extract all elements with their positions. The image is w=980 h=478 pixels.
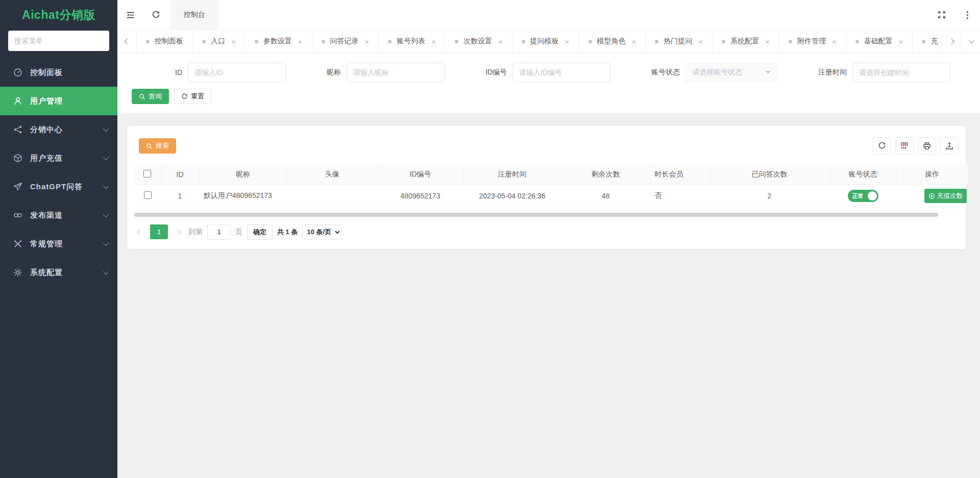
gear-icon	[13, 268, 22, 277]
tab-dot-icon	[255, 40, 258, 43]
chevron-down-icon	[968, 38, 974, 43]
prev-page-button[interactable]	[134, 230, 145, 234]
tab-item[interactable]: 问答记录×	[312, 30, 379, 53]
search-icon	[146, 143, 153, 149]
tab-item[interactable]: 次数设置×	[446, 30, 512, 53]
chevron-right-icon	[175, 229, 181, 235]
cell-idno: 4809652173	[378, 184, 463, 208]
sidebar-toggle-button[interactable]	[117, 0, 143, 30]
recharge-times-label: 充值次数	[937, 192, 963, 200]
table-search-label: 搜索	[156, 141, 169, 150]
tab-label: 提问模板	[530, 37, 559, 46]
tab-item[interactable]: 入口×	[193, 30, 246, 53]
sidebar-item-chatgpt-qa[interactable]: ChatGPT问答	[0, 172, 117, 201]
vertical-dots-icon	[967, 11, 968, 19]
chevron-left-icon	[137, 229, 142, 235]
chevron-down-icon	[103, 155, 109, 160]
close-icon[interactable]: ×	[365, 38, 370, 45]
table-columns-button[interactable]	[895, 137, 914, 155]
tab-item[interactable]: 系统配置×	[713, 30, 779, 53]
sidebar-item-label: ChatGPT问答	[30, 182, 83, 192]
tabs-scroll-left-button[interactable]	[117, 30, 137, 53]
tab-item[interactable]: 基础配置×	[846, 30, 913, 53]
menu-search-input[interactable]	[8, 31, 109, 51]
sidebar-item-dashboard[interactable]: 控制面板	[0, 58, 117, 87]
sidebar-item-label: 用户充值	[30, 154, 63, 163]
sidebar-item-label: 控制面板	[30, 68, 63, 78]
cell-nickname: 默认用户4809652173	[199, 184, 287, 208]
tabs-scroll-right-button[interactable]	[941, 30, 961, 53]
cell-avatar	[287, 184, 378, 208]
row-checkbox[interactable]	[144, 191, 152, 199]
tab-label: 热门提问	[664, 37, 692, 46]
table-refresh-button[interactable]	[873, 137, 891, 155]
chevron-down-icon	[103, 240, 109, 246]
print-button[interactable]	[918, 137, 936, 155]
page-number-button[interactable]: 1	[150, 224, 168, 239]
close-icon[interactable]: ×	[698, 38, 703, 45]
tab-dot-icon	[722, 40, 725, 43]
sidebar-item-system-config[interactable]: 系统配置	[0, 258, 117, 287]
tab-item[interactable]: 参数设置×	[246, 30, 312, 53]
reset-button[interactable]: 重置	[174, 89, 211, 104]
status-toggle[interactable]: 正常	[848, 190, 878, 202]
cell-remaining: 48	[561, 184, 650, 208]
tab-item[interactable]: 控制面板	[137, 30, 193, 53]
sidebar-item-user-management[interactable]: 用户管理	[0, 87, 117, 115]
filter-id-input[interactable]	[188, 63, 286, 82]
tab-label: 问答记录	[330, 37, 359, 46]
select-all-checkbox[interactable]	[143, 170, 151, 178]
tab-item[interactable]: 热门提问×	[646, 30, 713, 53]
goto-page-input[interactable]	[207, 224, 231, 240]
data-panel: 搜索	[127, 126, 966, 249]
filter-regtime-input[interactable]	[852, 63, 950, 82]
col-header-idno: ID编号	[378, 165, 463, 184]
sidebar-item-user-recharge[interactable]: 用户充值	[0, 144, 117, 172]
filter-card: ID 昵称 ID编号 账号状态 请选择账号状态	[117, 53, 980, 113]
sidebar-item-label: 系统配置	[30, 268, 63, 278]
col-header-remaining: 剩余次数	[561, 165, 650, 184]
sidebar-item-publish-channels[interactable]: 发布渠道	[0, 201, 117, 230]
page-size-select[interactable]: 10 条/页	[302, 224, 342, 240]
sidebar-item-general-management[interactable]: 常规管理	[0, 230, 117, 258]
plus-circle-icon	[928, 193, 935, 199]
tab-item[interactable]: 充	[913, 30, 941, 53]
filter-status-select[interactable]: 请选择账号状态	[685, 63, 777, 82]
tab-item[interactable]: 附件管理×	[779, 30, 846, 53]
tab-item[interactable]: 账号列表×	[379, 30, 446, 53]
export-button[interactable]	[940, 137, 959, 155]
tab-item[interactable]: 提问模板×	[512, 30, 579, 53]
close-icon[interactable]: ×	[832, 38, 837, 45]
close-icon[interactable]: ×	[765, 38, 770, 45]
topbar-console-tab[interactable]: 控制台	[170, 0, 218, 30]
horizontal-scrollbar[interactable]	[134, 213, 938, 217]
query-button[interactable]: 查询	[132, 89, 169, 104]
chevron-down-icon	[103, 212, 109, 217]
close-icon[interactable]: ×	[431, 38, 436, 45]
close-icon[interactable]: ×	[231, 38, 236, 45]
close-icon[interactable]: ×	[899, 38, 903, 45]
tab-dot-icon	[655, 40, 658, 43]
filter-nickname-input[interactable]	[347, 63, 445, 82]
toggle-knob	[868, 191, 877, 200]
tabs-dropdown-button[interactable]	[961, 30, 980, 53]
next-page-button[interactable]	[173, 230, 184, 234]
users-table: ID 昵称 头像 ID编号 注册时间 剩余次数 时长会员 已问答次数 账号状态 …	[134, 165, 968, 208]
refresh-page-button[interactable]	[143, 0, 168, 30]
close-icon[interactable]: ×	[632, 38, 636, 45]
status-toggle-label: 正常	[852, 192, 864, 200]
sidebar-item-distribution-center[interactable]: 分销中心	[0, 115, 117, 144]
more-menu-button[interactable]	[954, 0, 980, 30]
filter-regtime-label: 注册时间	[818, 68, 847, 77]
tab-item[interactable]: 模型角色×	[579, 30, 646, 53]
close-icon[interactable]: ×	[298, 38, 303, 45]
close-icon[interactable]: ×	[498, 38, 503, 45]
goto-confirm-button[interactable]: 确定	[247, 224, 273, 240]
close-icon[interactable]: ×	[565, 38, 570, 45]
filter-idno-input[interactable]	[512, 63, 610, 82]
filter-idno-label: ID编号	[485, 68, 507, 77]
recharge-times-button[interactable]: 充值次数	[924, 189, 967, 203]
fullscreen-button[interactable]	[929, 0, 954, 30]
table-search-button[interactable]: 搜索	[139, 138, 176, 154]
chevron-left-icon	[124, 38, 130, 44]
